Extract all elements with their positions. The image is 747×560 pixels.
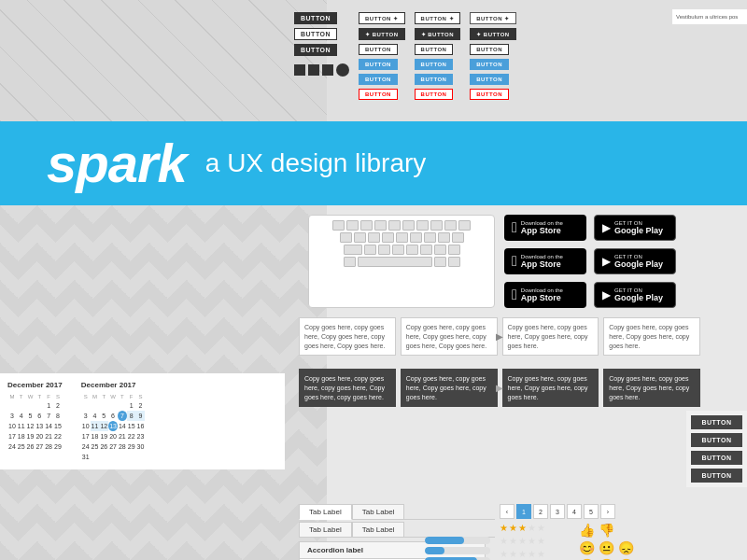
star-empty-4[interactable]: ★ [528, 536, 536, 546]
mock-button-dark-2: BUTTON [294, 44, 337, 56]
tab-4[interactable]: Tab Label [352, 522, 405, 537]
star-empty-2[interactable]: ★ [509, 536, 517, 546]
key [388, 220, 401, 231]
thumbs-up-icon[interactable]: 👍 [579, 523, 595, 538]
cal-day-highlighted-7[interactable]: 7 [118, 411, 127, 421]
progress-bar-1 [425, 537, 464, 544]
tabs-row-1: Tab Label Tab Label [299, 504, 495, 520]
page-5[interactable]: 5 [584, 504, 599, 519]
page-next[interactable]: › [600, 504, 615, 519]
copy-box-3: Copy goes here, copy goes here, Copy goe… [502, 317, 599, 356]
tab-1[interactable]: Tab Label [299, 504, 352, 520]
neutral-icon[interactable]: 😐 [599, 540, 614, 555]
cal2-day-t2: T [118, 393, 127, 400]
star-empty-9[interactable]: ★ [528, 549, 536, 559]
cal-day-highlighted-13[interactable]: 13 [108, 421, 118, 431]
mock-button-blue-1: BUTTON [359, 59, 398, 70]
table-row: 17181920212223 [81, 431, 146, 441]
star-5[interactable]: ★ [537, 523, 545, 533]
page-1[interactable]: 1 [516, 504, 531, 519]
key [368, 232, 380, 243]
sidebar-btn-1[interactable]: BUTTON [691, 415, 742, 429]
calendar-2: December 2017 S M T W T F S [81, 381, 146, 462]
app-store-badge-2[interactable]:  Download on the App Store [504, 248, 586, 274]
badge-row-3:  Download on the App Store ▶ GET IT ON … [504, 282, 710, 308]
star-3[interactable]: ★ [518, 523, 527, 533]
cal-day-t2: T [35, 393, 44, 400]
right-sidebar: BUTTON BUTTON BUTTON BUTTON [686, 411, 747, 487]
table-row: 12 [81, 400, 146, 411]
sidebar-btn-2[interactable]: BUTTON [691, 433, 742, 447]
star-1[interactable]: ★ [500, 523, 508, 533]
sidebar-btn-4[interactable]: BUTTON [691, 469, 742, 483]
star-empty-3[interactable]: ★ [518, 536, 527, 546]
mock-button-sm-dark-2: ✦ BUTTON [415, 28, 461, 40]
star-empty-10[interactable]: ★ [537, 549, 545, 559]
mock-button-sm-3: BUTTON ✦ [415, 12, 461, 24]
key [382, 232, 394, 243]
star-empty-8[interactable]: ★ [518, 549, 527, 559]
key [374, 220, 387, 231]
mock-button-sm-6: BUTTON [470, 44, 509, 55]
key [410, 232, 422, 243]
star-empty-7[interactable]: ★ [509, 549, 517, 559]
smile-icon[interactable]: 😊 [579, 540, 595, 555]
copy-box-2: Copy goes here, copy goes here, Copy goe… [401, 317, 498, 356]
keyboard-mockup [308, 215, 495, 308]
mock-button-red-1: BUTTON [359, 89, 398, 100]
tab-2[interactable]: Tab Label [352, 504, 405, 519]
thumbs-down-icon[interactable]: 👎 [599, 523, 614, 538]
copy-boxes-light: Copy goes here, copy goes here, Copy goe… [299, 317, 700, 356]
table-row: 242526272829 [7, 441, 63, 452]
star-4[interactable]: ★ [528, 523, 536, 533]
cal-day-w: W [26, 393, 35, 400]
gplay-text-2: GET IT ON Google Play [614, 254, 663, 270]
sidebar-btn-3[interactable]: BUTTON [691, 451, 742, 465]
play-triangle-icon-2: ▶ [602, 255, 611, 268]
table-row: 345678 [7, 411, 63, 421]
mock-button-sm-dark-1: ✦ BUTTON [359, 28, 405, 40]
shapes-row [294, 63, 349, 77]
page-prev[interactable]: ‹ [500, 504, 514, 519]
app-store-badge-3[interactable]:  Download on the App Store [504, 282, 586, 308]
app-badges-section:  Download on the App Store ▶ GET IT ON … [504, 215, 710, 308]
page-3[interactable]: 3 [550, 504, 565, 519]
gplay-text-1: GET IT ON Google Play [614, 220, 663, 236]
key [420, 245, 432, 255]
google-play-badge-1[interactable]: ▶ GET IT ON Google Play [594, 215, 676, 241]
reaction-row-1: 👍 👎 [579, 523, 654, 538]
shape-square-1 [294, 64, 305, 76]
google-play-badge-2[interactable]: ▶ GET IT ON Google Play [594, 248, 676, 274]
reactions-section: 👍 👎 😊 😐 😞 😄 😢 😠 [579, 523, 654, 560]
calendar-section: December 2017 M T W T F S [0, 373, 285, 469]
shape-circle [336, 63, 349, 77]
cal2-day-m: M [91, 393, 100, 400]
cal2-day-t1: T [99, 393, 108, 400]
copy-box-dark-3: Copy goes here, copy goes here, Copy goe… [502, 369, 599, 407]
mock-button-sm-5: BUTTON ✦ [470, 12, 516, 24]
space-key [358, 257, 432, 267]
pagination: ‹ 1 2 3 4 5 › [500, 504, 615, 519]
frown-icon[interactable]: 😞 [618, 540, 634, 555]
mock-button-red-2: BUTTON [415, 89, 454, 100]
google-play-badge-3[interactable]: ▶ GET IT ON Google Play [594, 282, 676, 308]
mock-button-red-3: BUTTON [470, 89, 509, 100]
tab-3[interactable]: Tab Label [299, 522, 352, 537]
copy-box-4: Copy goes here, copy goes here, Copy goe… [603, 317, 700, 356]
copy-box-dark-2: Copy goes here, copy goes here, Copy goe… [401, 369, 498, 407]
mock-button-sm-2: BUTTON [359, 44, 398, 55]
star-2[interactable]: ★ [509, 523, 517, 533]
key [434, 245, 446, 255]
star-empty-6[interactable]: ★ [500, 549, 508, 559]
app-store-badge-1[interactable]:  Download on the App Store [504, 215, 586, 241]
progress-bar-wrap-1 [425, 537, 490, 544]
page-4[interactable]: 4 [567, 504, 582, 519]
page-2[interactable]: 2 [533, 504, 548, 519]
star-empty-1[interactable]: ★ [500, 536, 508, 546]
star-empty-5[interactable]: ★ [537, 536, 545, 546]
cal2-day-w: W [108, 393, 118, 400]
badge-text-3: Download on the App Store [521, 287, 563, 303]
badge-text-1: Download on the App Store [521, 220, 563, 236]
key [360, 220, 373, 231]
shape-square-3 [322, 64, 333, 76]
